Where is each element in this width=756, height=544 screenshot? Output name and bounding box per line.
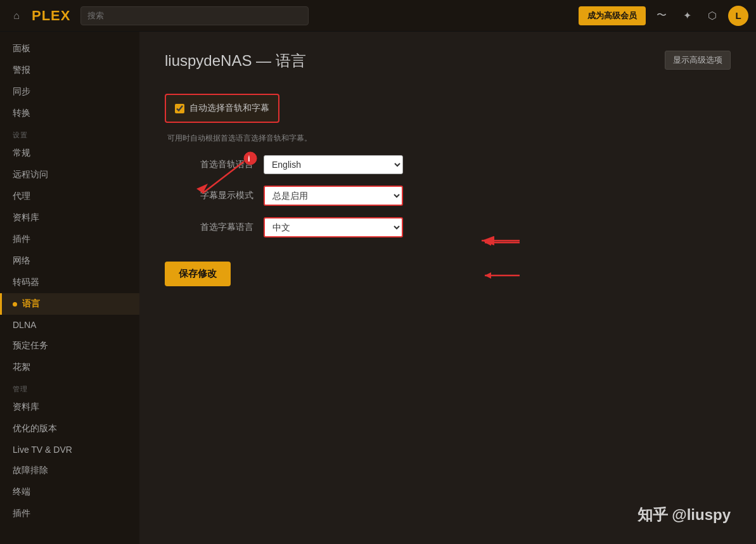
sidebar-section-unnamed: 面板 警报 同步 转换 xyxy=(0,38,139,124)
sidebar-item-transcoder[interactable]: 转码器 xyxy=(0,272,139,293)
auto-select-label[interactable]: 自动选择音轨和字幕 xyxy=(175,103,269,114)
sidebar-item-general[interactable]: 常规 xyxy=(0,142,139,164)
pulse-icon[interactable]: 〜 xyxy=(652,6,671,25)
sidebar-item-proxy[interactable]: 代理 xyxy=(0,186,139,207)
sidebar-item-console[interactable]: 终端 xyxy=(0,481,139,503)
sidebar-item-label: 面板 xyxy=(13,43,30,54)
upgrade-button[interactable]: 成为高级会员 xyxy=(579,6,646,25)
auto-select-section: 自动选择音轨和字幕 xyxy=(165,94,279,123)
topnav: ⌂ PLEX 成为高级会员 〜 ✦ ⬡ L xyxy=(0,0,756,32)
checkbox-description: 可用时自动根据首选语言选择音轨和字幕。 xyxy=(167,133,731,144)
save-button[interactable]: 保存修改 xyxy=(165,262,231,286)
sidebar: 面板 警报 同步 转换 设置 常规 远程访问 代理 资料库 xyxy=(0,32,139,544)
settings-section-label: 设置 xyxy=(0,124,139,142)
subtitle-mode-label: 字幕显示模式 xyxy=(165,190,253,201)
sidebar-item-convert[interactable]: 转换 xyxy=(0,103,139,124)
sidebar-item-label: 警报 xyxy=(13,65,30,76)
sidebar-item-library[interactable]: 资料库 xyxy=(0,207,139,229)
sidebar-item-sync[interactable]: 同步 xyxy=(0,81,139,103)
audio-select-wrapper: English Chinese Japanese xyxy=(264,155,403,174)
plex-logo: PLEX xyxy=(32,8,70,24)
sidebar-item-label: 同步 xyxy=(13,86,30,98)
sidebar-item-troubleshoot[interactable]: 故障排除 xyxy=(0,460,139,481)
subtitle-language-label: 首选字幕语言 xyxy=(165,222,253,233)
sidebar-item-library2[interactable]: 资料库 xyxy=(0,396,139,418)
home-icon[interactable]: ⌂ xyxy=(8,7,25,25)
sidebar-item-network[interactable]: 网络 xyxy=(0,250,139,272)
show-advanced-button[interactable]: 显示高级选项 xyxy=(665,51,731,70)
sidebar-item-plugins2[interactable]: 插件 xyxy=(0,503,139,524)
sidebar-item-language[interactable]: 语言 xyxy=(0,293,139,315)
subtitle-language-wrapper: 中文 English 日本語 xyxy=(264,217,403,237)
subtitle-language-row: 首选字幕语言 中文 English 日本語 xyxy=(165,217,731,237)
sidebar-item-label: 转换 xyxy=(13,108,30,119)
form-section: 首选音轨语言 English Chinese Japanese 字幕显示模式 xyxy=(165,155,731,237)
tools-icon[interactable]: ✦ xyxy=(677,6,696,25)
sidebar-item-dlna[interactable]: DLNA xyxy=(0,315,139,335)
sidebar-item-alerts[interactable]: 警报 xyxy=(0,60,139,81)
sidebar-item-dashboard[interactable]: 面板 xyxy=(0,38,139,60)
audio-language-select[interactable]: English Chinese Japanese xyxy=(264,155,403,174)
svg-marker-10 xyxy=(485,272,491,279)
sidebar-item-remote[interactable]: 远程访问 xyxy=(0,164,139,186)
sidebar-item-optimized[interactable]: 优化的版本 xyxy=(0,418,139,440)
sidebar-section-admin: 管理 资料库 优化的版本 Live TV & DVR 故障排除 终端 插件 xyxy=(0,378,139,524)
admin-section-label: 管理 xyxy=(0,378,139,396)
sidebar-item-scheduled[interactable]: 预定任务 xyxy=(0,335,139,357)
subtitle-language-select[interactable]: 中文 English 日本語 xyxy=(264,217,403,237)
audio-language-row: 首选音轨语言 English Chinese Japanese xyxy=(165,155,731,174)
subtitle-mode-wrapper: 总是启用 从不 仅强制字幕 自动 xyxy=(264,186,403,206)
content-area: 显示高级选项 liuspydeNAS — 语言 自动选择音轨和字幕 可用时自动根… xyxy=(139,32,756,544)
sidebar-item-livetv[interactable]: Live TV & DVR xyxy=(0,440,139,460)
sidebar-item-plugins[interactable]: 插件 xyxy=(0,229,139,250)
search-input[interactable] xyxy=(80,6,309,25)
cast-icon[interactable]: ⬡ xyxy=(703,6,722,25)
title-row: 显示高级选项 liuspydeNAS — 语言 xyxy=(165,51,731,84)
svg-marker-8 xyxy=(485,239,491,246)
sidebar-section-settings: 设置 常规 远程访问 代理 资料库 插件 网络 转码器 xyxy=(0,124,139,378)
page-title: liuspydeNAS — 语言 xyxy=(165,51,731,71)
subtitle-mode-row: 字幕显示模式 总是启用 从不 仅强制字幕 自动 xyxy=(165,186,731,206)
topnav-right: 成为高级会员 〜 ✦ ⬡ L xyxy=(579,6,748,26)
auto-select-text: 自动选择音轨和字幕 xyxy=(189,103,269,114)
auto-select-checkbox[interactable] xyxy=(175,104,184,113)
main-layout: 面板 警报 同步 转换 设置 常规 远程访问 代理 资料库 xyxy=(0,32,756,544)
active-dot xyxy=(13,302,17,307)
sidebar-item-extras[interactable]: 花絮 xyxy=(0,357,139,378)
subtitle-mode-select[interactable]: 总是启用 从不 仅强制字幕 自动 xyxy=(264,186,403,206)
audio-language-label: 首选音轨语言 xyxy=(165,159,253,170)
avatar[interactable]: L xyxy=(728,6,748,26)
